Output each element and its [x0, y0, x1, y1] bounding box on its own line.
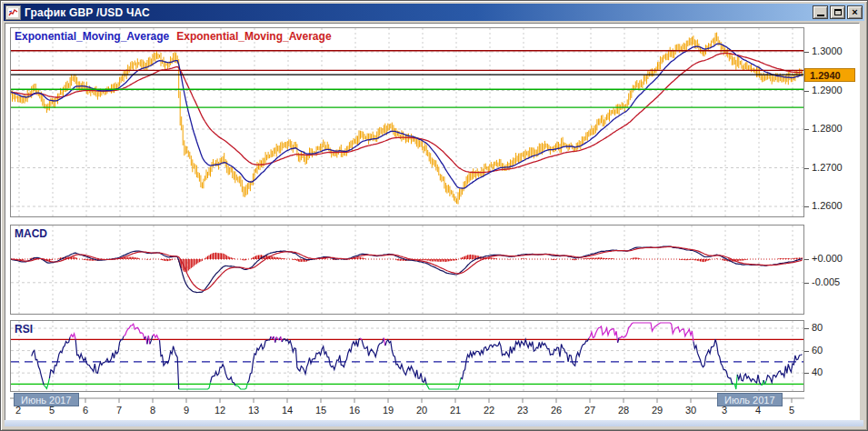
maximize-button[interactable] — [830, 5, 845, 19]
month-badge-june: Июнь 2017 — [14, 393, 79, 406]
price-axis-label: 1.2900 — [812, 85, 843, 95]
time-axis-day-label: 27 — [584, 405, 595, 416]
price-axis-label: 1.3000 — [812, 45, 843, 56]
price-axis-label: 1.2800 — [812, 123, 843, 134]
axis-tick — [804, 259, 809, 260]
price-panel[interactable]: Exponential_Moving_AverageExponential_Mo… — [10, 27, 804, 217]
rsi-label: RSI — [15, 323, 33, 336]
month-badge-july: Июль 2017 — [717, 393, 783, 406]
close-button[interactable]: × — [847, 5, 863, 19]
window-bottom-frame — [5, 420, 863, 426]
macd-axis-label: -0.005 — [812, 276, 840, 287]
time-axis-day-label: 13 — [248, 405, 259, 416]
time-axis-day-label: 7 — [116, 405, 122, 416]
time-axis-day-label: 15 — [315, 405, 326, 416]
axis-tick — [804, 206, 809, 207]
price-chart — [11, 28, 803, 216]
time-axis-day-label: 12 — [215, 405, 225, 416]
maximize-icon — [834, 9, 842, 15]
time-axis-day-label: 20 — [416, 405, 427, 416]
time-axis-day-label: 9 — [184, 405, 189, 416]
minimize-button[interactable] — [813, 5, 828, 19]
time-axis-day-label: 26 — [551, 405, 562, 416]
price-axis-label: 1.2600 — [812, 200, 843, 211]
rsi-panel[interactable]: RSI — [10, 320, 804, 392]
window-title: График GBP /USD ЧАС — [25, 6, 813, 19]
axis-tick — [804, 52, 809, 53]
time-axis-day-label: 14 — [282, 405, 293, 416]
time-axis-day-label: 21 — [450, 405, 461, 416]
rsi-chart — [11, 321, 803, 391]
macd-axis-label: +0.000 — [812, 253, 843, 264]
axis-tick — [804, 168, 809, 169]
legend-ema-slow: Exponential_Moving_Average — [176, 30, 331, 43]
price-axis-label: 1.2700 — [812, 162, 843, 173]
axis-tick — [804, 91, 809, 92]
rsi-axis-label: 80 — [812, 322, 823, 333]
chart-icon — [5, 5, 21, 20]
axis-tick — [804, 129, 809, 130]
axis-tick — [804, 328, 809, 329]
time-axis-day-label: 8 — [150, 405, 155, 416]
chart-client-area: Exponential_Moving_AverageExponential_Mo… — [5, 23, 860, 421]
macd-label: MACD — [15, 227, 47, 240]
time-axis-day-label: 23 — [517, 405, 528, 416]
indicator-legend: Exponential_Moving_AverageExponential_Mo… — [15, 30, 332, 43]
rsi-axis-label: 60 — [812, 345, 823, 356]
time-axis-day-label: 6 — [83, 405, 88, 416]
close-icon: × — [852, 7, 857, 17]
axis-tick — [804, 351, 809, 352]
time-axis-day-label: 22 — [484, 405, 494, 416]
macd-chart — [11, 226, 803, 314]
macd-panel[interactable]: MACD — [10, 225, 804, 315]
rsi-axis-label: 40 — [812, 366, 823, 377]
axis-tick — [804, 283, 809, 284]
app-window: График GBP /USD ЧАС × Exponential_Moving… — [0, 0, 868, 431]
time-axis-day-label: 30 — [685, 405, 696, 416]
time-axis-day-label: 29 — [652, 405, 663, 416]
current-price-tag: 1.2940 — [804, 68, 855, 82]
time-axis-day-label: 5 — [789, 405, 794, 416]
time-axis-day-label: 28 — [618, 405, 629, 416]
time-axis-day-label: 16 — [349, 405, 360, 416]
axis-tick — [804, 373, 809, 374]
legend-ema-fast: Exponential_Moving_Average — [15, 30, 169, 43]
minimize-icon — [817, 15, 824, 16]
time-axis-day-label: 19 — [383, 405, 394, 416]
titlebar[interactable]: График GBP /USD ЧАС × — [4, 4, 864, 21]
